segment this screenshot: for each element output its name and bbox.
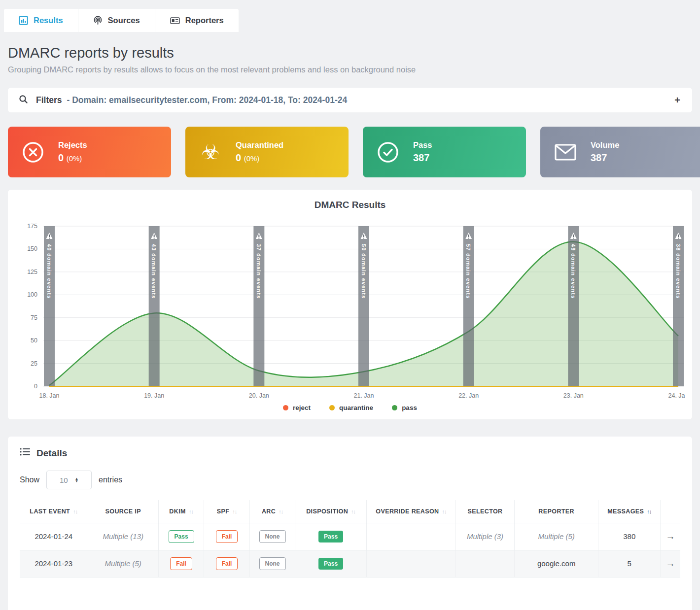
- column-header-messages[interactable]: MESSAGES↑↓: [598, 500, 661, 523]
- column-label: MESSAGES: [607, 508, 644, 515]
- column-header-override-reason[interactable]: OVERRIDE REASON↑↓: [366, 500, 455, 523]
- table-cell: →: [661, 523, 680, 550]
- status-badge: Pass: [169, 530, 194, 543]
- page-subtitle: Grouping DMARC reports by results allows…: [8, 65, 692, 74]
- legend-label: reject: [293, 404, 311, 411]
- y-axis-tick-label: 0: [34, 383, 37, 390]
- envelope-icon: [554, 143, 577, 162]
- page-size-value: 10: [60, 476, 68, 484]
- legend-label: quarantine: [339, 404, 373, 411]
- column-header-dkim[interactable]: DKIM↑↓: [158, 500, 204, 523]
- table-cell: Multiple (3): [455, 523, 514, 550]
- x-axis-tick-label: 24. Jan: [668, 392, 685, 399]
- table-cell: Fail: [204, 550, 249, 577]
- table-cell: Fail: [158, 550, 204, 577]
- table-cell: 2024-01-24: [20, 523, 88, 550]
- y-axis-tick-label: 25: [31, 360, 37, 367]
- domain-events-annotation-label: 40 domain events: [46, 244, 52, 299]
- y-axis-tick-label: 175: [27, 223, 37, 230]
- status-badge: Fail: [216, 557, 238, 570]
- table-cell: Fail: [204, 523, 249, 550]
- stat-value: 387: [591, 152, 607, 163]
- newspaper-icon: [170, 16, 180, 25]
- chart-legend: rejectquarantinepass: [15, 404, 685, 411]
- column-header-arc[interactable]: ARC↑↓: [249, 500, 295, 523]
- x-axis-tick-label: 22. Jan: [458, 392, 479, 399]
- table-cell: Multiple (5): [88, 550, 158, 577]
- stat-value: 387: [413, 152, 429, 163]
- domain-events-annotation-label: 37 domain events: [256, 244, 262, 299]
- table-cell: Multiple (13): [88, 523, 158, 550]
- bar-chart-icon: [19, 16, 28, 25]
- dmarc-results-area-chart: 025507510012515017518. Jan19. Jan20. Jan…: [15, 215, 685, 400]
- arrow-right-icon[interactable]: →: [666, 558, 675, 569]
- filters-bar[interactable]: Filters - Domain: emailsecuritytester.co…: [8, 88, 692, 112]
- column-label: REPORTER: [538, 508, 574, 515]
- check-circle-icon: [377, 141, 399, 164]
- y-axis-tick-label: 150: [27, 245, 37, 252]
- status-badge: Fail: [216, 530, 238, 543]
- column-label: SELECTOR: [467, 508, 502, 515]
- column-header-disposition[interactable]: DISPOSITION↑↓: [295, 500, 367, 523]
- table-row: 2024-01-24Multiple (13)PassFailNonePassM…: [20, 523, 680, 550]
- column-label: ARC: [262, 508, 276, 515]
- stat-label: Pass: [413, 140, 432, 150]
- column-label: DISPOSITION: [306, 508, 348, 515]
- table-row: 2024-01-23Multiple (5)FailFailNonePassgo…: [20, 550, 680, 577]
- legend-label: pass: [402, 404, 417, 411]
- column-header-source-ip: SOURCE IP: [88, 500, 158, 523]
- view-tabs: Results Sources Reporters: [4, 9, 239, 32]
- page-title: DMARC reports by results: [8, 45, 692, 61]
- details-card: Details Show 10 ▲▼ entries LAST EVENT↑↓S…: [8, 437, 692, 610]
- domain-events-annotation-label: 50 domain events: [361, 244, 367, 299]
- stat-card-rejects: Rejects 0 (0%): [8, 127, 171, 177]
- tab-reporters-label: Reporters: [185, 16, 224, 25]
- table-cell: None: [249, 550, 295, 577]
- table-cell: 2024-01-23: [20, 550, 88, 577]
- cell-text: 2024-01-24: [35, 532, 72, 541]
- cell-text: Multiple (5): [538, 532, 575, 541]
- sort-icon: ↑↓: [232, 508, 237, 514]
- expand-filters-button[interactable]: +: [673, 95, 681, 106]
- podcast-icon: [93, 16, 103, 25]
- filters-value: - Domain: emailsecuritytester.com, From:…: [67, 95, 666, 105]
- legend-item-reject[interactable]: reject: [283, 404, 311, 411]
- stat-label: Quarantined: [236, 140, 283, 150]
- stat-percent: (0%): [67, 154, 82, 163]
- x-circle-icon: [22, 141, 44, 164]
- sort-icon: ↑↓: [189, 508, 193, 514]
- tab-sources-label: Sources: [108, 16, 140, 25]
- column-header-reporter: REPORTER: [515, 500, 598, 523]
- x-axis-tick-label: 21. Jan: [353, 392, 374, 399]
- table-cell: Pass: [295, 550, 367, 577]
- column-header-last-event[interactable]: LAST EVENT↑↓: [20, 500, 88, 523]
- column-label: SOURCE IP: [105, 508, 141, 515]
- table-cell: 380: [598, 523, 661, 550]
- table-cell: [366, 550, 455, 577]
- column-label: DKIM: [169, 508, 186, 515]
- tab-reporters[interactable]: Reporters: [155, 9, 239, 32]
- sort-icon: ↑↓: [442, 508, 447, 514]
- table-cell: Multiple (5): [515, 523, 598, 550]
- column-header-spf[interactable]: SPF↑↓: [204, 500, 249, 523]
- arrow-right-icon[interactable]: →: [666, 531, 675, 542]
- x-axis-tick-label: 19. Jan: [144, 392, 164, 399]
- column-label: LAST EVENT: [30, 508, 70, 515]
- page-size-select[interactable]: 10 ▲▼: [46, 471, 92, 489]
- legend-dot-quarantine: [329, 405, 335, 410]
- table-cell: [366, 523, 455, 550]
- legend-dot-reject: [283, 405, 288, 410]
- search-icon: [19, 95, 28, 106]
- sort-icon: ↑↓: [647, 508, 651, 514]
- entries-label: entries: [99, 475, 122, 484]
- legend-item-pass[interactable]: pass: [392, 404, 417, 411]
- legend-item-quarantine[interactable]: quarantine: [329, 404, 373, 411]
- table-cell: Pass: [158, 523, 204, 550]
- sort-icon: ↑↓: [351, 508, 355, 514]
- tab-sources[interactable]: Sources: [78, 9, 155, 32]
- cell-text: Multiple (3): [467, 532, 503, 541]
- stat-card-pass: Pass 387: [363, 127, 526, 177]
- legend-dot-pass: [392, 405, 397, 410]
- list-icon: [20, 447, 31, 459]
- tab-results[interactable]: Results: [4, 9, 78, 32]
